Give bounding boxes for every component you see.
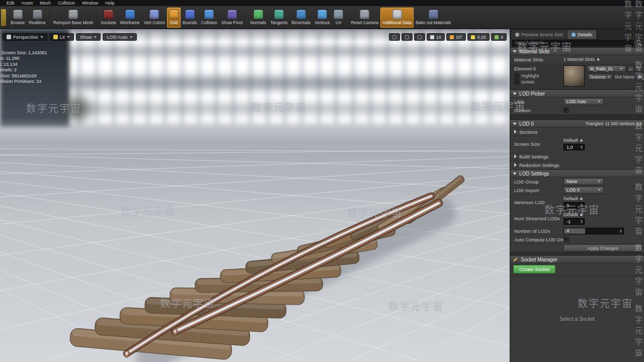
- apply-changes-button[interactable]: Apply Changes: [564, 244, 642, 251]
- auto-compute-lod-checkbox[interactable]: [564, 237, 569, 242]
- spinner-arrows-icon[interactable]: [581, 220, 583, 223]
- menu-mesh[interactable]: Mesh: [36, 0, 54, 6]
- lod-auto-button[interactable]: LOD Auto: [103, 33, 136, 41]
- browse-button[interactable]: Browse: [9, 8, 27, 28]
- socket-manager-header[interactable]: Socket Manager: [510, 255, 644, 263]
- material-slots-header[interactable]: Material Slots: [510, 47, 644, 55]
- vert-colors-button[interactable]: Vert Colors: [142, 8, 167, 28]
- lod0-stats: Triangles: 11 280 Vertices: 13: [585, 121, 641, 126]
- lod-import-dropdown[interactable]: LOD 0: [564, 187, 604, 194]
- realtime-button[interactable]: Realtime: [27, 8, 48, 28]
- browse-icon: [13, 10, 23, 19]
- bake-out-materials-button[interactable]: Bake out Materials: [414, 8, 453, 28]
- search-details-input[interactable]: [512, 40, 634, 46]
- menu-help[interactable]: Help: [102, 0, 118, 6]
- bounds-button[interactable]: Bounds: [181, 8, 199, 28]
- sockets-icon: [104, 10, 113, 19]
- fov-control[interactable]: 10°: [446, 33, 466, 41]
- menu-edit[interactable]: Edit: [3, 0, 18, 6]
- custom-checkbox[interactable]: [564, 108, 569, 113]
- spinner-arrows-icon[interactable]: [581, 145, 583, 149]
- toolbar-separator: [347, 9, 347, 26]
- stat-line: Vertices: 13,134: [0, 62, 47, 68]
- menu-window[interactable]: Window: [78, 0, 102, 6]
- lod-settings-header[interactable]: LOD Settings: [510, 169, 644, 177]
- 3d-viewport[interactable]: PerspectiveLitShowLOD Auto 1010°0,254 LO…: [0, 29, 510, 362]
- add-material-slot-button[interactable]: +: [597, 57, 600, 62]
- binormals-button[interactable]: Binormals: [289, 8, 312, 28]
- normals-button[interactable]: Normals: [248, 8, 268, 28]
- lod-picker-header[interactable]: LOD Picker: [510, 89, 644, 98]
- minimum-lod-input[interactable]: 0: [564, 202, 585, 209]
- material-select-dropdown[interactable]: M_Rails_01: [587, 65, 626, 72]
- slot-name-field[interactable]: M_: [636, 73, 644, 80]
- isolate-checkbox[interactable]: [514, 79, 519, 84]
- sockets-button[interactable]: Sockets: [99, 8, 118, 28]
- lod-group-row: LOD Group None: [510, 177, 644, 186]
- material-thumbnail[interactable]: [564, 65, 585, 86]
- browse-to-asset-button[interactable]: [635, 65, 642, 72]
- high-res-screenshot-icon: [405, 35, 409, 39]
- screen-percentage-icon: [495, 35, 499, 39]
- camera-speed-control[interactable]: 10: [427, 33, 445, 41]
- number-of-lods-input[interactable]: 4: [564, 228, 624, 234]
- chevron-right-icon: [514, 130, 517, 134]
- building-window-band: [64, 46, 510, 56]
- stat-line: Num Collision Primitives: 24: [0, 79, 47, 85]
- fov-icon: [450, 35, 454, 39]
- num-streamed-lods-input[interactable]: -1: [564, 218, 585, 225]
- exposure-control[interactable]: 0,25: [467, 33, 490, 41]
- wireframe-button[interactable]: Wireframe: [118, 8, 142, 28]
- reset-camera-button[interactable]: Reset Camera: [349, 8, 380, 28]
- show-pivot-button[interactable]: Show Pivot: [219, 8, 245, 28]
- chevron-down-icon: [94, 36, 97, 38]
- uv-button[interactable]: UV: [332, 8, 345, 28]
- build-settings-row[interactable]: Build Settings: [510, 152, 644, 161]
- search-icon[interactable]: [636, 40, 642, 46]
- reduction-settings-row[interactable]: Reduction Settings: [510, 161, 644, 169]
- high-res-screenshot-button[interactable]: [401, 33, 413, 41]
- panel-tab-bar: Preview Scene Sett Details: [510, 29, 644, 39]
- chevron-down-icon: [598, 101, 601, 103]
- lod0-header[interactable]: LOD 0 Triangles: 11 280 Vertices: 13: [510, 120, 644, 128]
- collision-button[interactable]: Collision: [199, 8, 219, 28]
- chevron-down-icon: [513, 123, 517, 125]
- element-label: Element 0: [514, 66, 561, 71]
- chevron-down-icon: [130, 36, 133, 38]
- highlight-checkbox[interactable]: [514, 73, 519, 78]
- lit-button[interactable]: Lit: [49, 33, 74, 41]
- chevron-down-icon: [513, 172, 517, 175]
- sections-row[interactable]: Sections: [510, 128, 644, 136]
- textures-dropdown[interactable]: Textures: [587, 73, 613, 80]
- lod-group-dropdown[interactable]: None: [564, 178, 604, 185]
- show-button[interactable]: Show: [76, 33, 101, 41]
- screen-percentage-control[interactable]: 4: [491, 33, 507, 41]
- perspective-button[interactable]: Perspective: [3, 33, 47, 41]
- maximize-button[interactable]: [414, 33, 425, 41]
- use-selected-asset-button[interactable]: ←: [627, 65, 634, 72]
- add-minimum-lod-button[interactable]: +: [580, 197, 583, 201]
- grid-button[interactable]: Grid: [167, 8, 181, 28]
- stat-line: LOD 0: [0, 44, 47, 50]
- create-socket-button[interactable]: Create Socket: [513, 265, 555, 274]
- save-button-partial[interactable]: [1, 9, 6, 26]
- screenshot-button[interactable]: [389, 33, 400, 41]
- additional-data-button[interactable]: Additional Data: [380, 8, 414, 28]
- lod-dropdown[interactable]: LOD Auto: [564, 98, 604, 105]
- vertices-button[interactable]: Vertices: [312, 8, 332, 28]
- spinner-arrows-icon[interactable]: [581, 204, 583, 207]
- menu-asset[interactable]: Asset: [18, 0, 37, 6]
- stat-line: Approx Size: 581x682x28: [0, 73, 47, 79]
- tab-preview-scene-settings[interactable]: Preview Scene Sett: [511, 30, 567, 39]
- add-num-streamed-button[interactable]: +: [580, 213, 583, 217]
- screen-size-input[interactable]: 1,0: [564, 144, 585, 150]
- tangents-button[interactable]: Tangents: [268, 8, 290, 28]
- tab-details[interactable]: Details: [568, 30, 596, 39]
- reimport-base-mesh-button[interactable]: Reimport Base Mesh: [51, 8, 95, 28]
- auto-compute-lod-row: Auto Compute LOD Dista: [510, 235, 644, 244]
- spinner-arrows-icon[interactable]: [620, 229, 622, 233]
- exposure-icon: [471, 35, 475, 39]
- menu-collision[interactable]: Collision: [54, 0, 78, 6]
- perspective-icon: [7, 35, 11, 39]
- add-screen-size-button[interactable]: +: [580, 138, 583, 143]
